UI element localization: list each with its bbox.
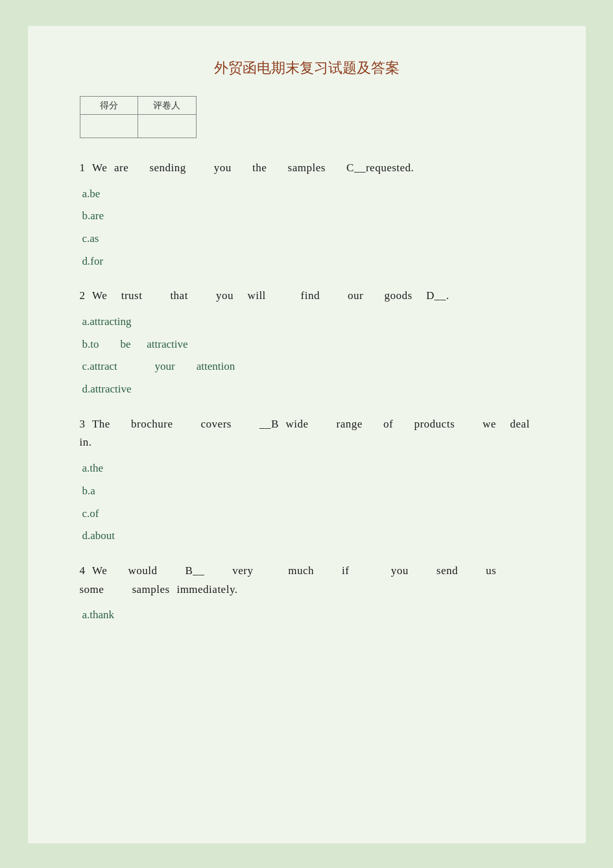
question-2: 2 We trust that you will find our goods …: [80, 287, 534, 399]
question-3: 3 The brochure covers __B wide range of …: [80, 415, 534, 546]
score-header: 得分: [80, 97, 138, 115]
score-value: [80, 115, 138, 138]
page-container: 外贸函电期末复习试题及答案 得分 评卷人 1 We are sending yo…: [28, 26, 586, 843]
question-1-option-c: c.as: [80, 229, 534, 249]
reviewer-header: 评卷人: [138, 97, 197, 115]
question-4: 4 We would B__ very much if you send us …: [80, 562, 534, 625]
question-2-option-c: c.attract your attention: [80, 357, 534, 377]
question-3-option-c: c.of: [80, 504, 534, 524]
question-1-text: 1 We are sending you the samples C__requ…: [80, 159, 534, 178]
question-1: 1 We are sending you the samples C__requ…: [80, 159, 534, 271]
question-4-option-a: a.thank: [80, 605, 534, 625]
question-1-option-b: b.are: [80, 206, 534, 226]
question-3-option-b: b.a: [80, 481, 534, 501]
question-2-option-d: d.attractive: [80, 380, 534, 400]
question-3-text: 3 The brochure covers __B wide range of …: [80, 415, 534, 453]
question-3-option-a: a.the: [80, 459, 534, 479]
reviewer-value: [138, 115, 197, 138]
question-3-option-d: d.about: [80, 526, 534, 546]
question-2-option-a: a.attracting: [80, 312, 534, 332]
question-1-option-a: a.be: [80, 184, 534, 204]
question-4-text: 4 We would B__ very much if you send us …: [80, 562, 534, 599]
question-1-option-d: d.for: [80, 252, 534, 272]
question-2-text: 2 We trust that you will find our goods …: [80, 287, 534, 306]
page-title: 外贸函电期末复习试题及答案: [80, 58, 534, 78]
score-table: 得分 评卷人: [80, 96, 197, 138]
question-2-option-b: b.to be attractive: [80, 335, 534, 355]
